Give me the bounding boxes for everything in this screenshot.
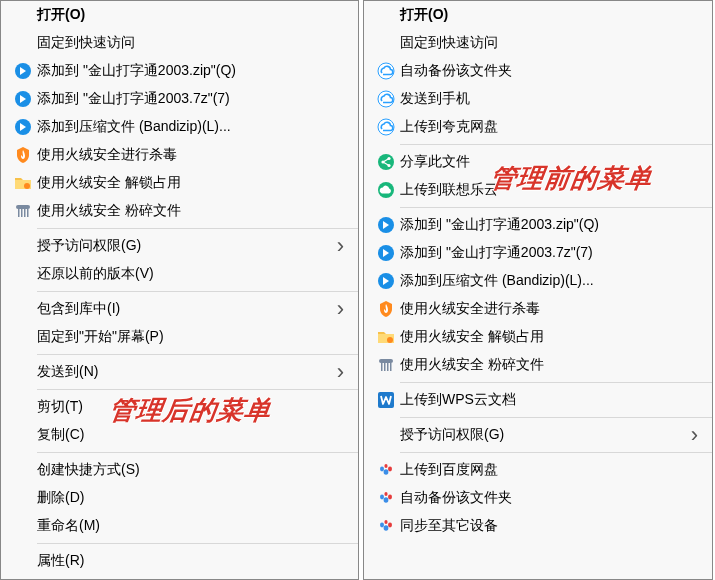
menu-item[interactable]: 包含到库中(I)› (1, 295, 358, 323)
wps-icon (377, 391, 395, 409)
bz-blue-icon (14, 62, 32, 80)
svg-point-36 (384, 492, 387, 496)
huorong-folder-icon (377, 328, 395, 346)
menu-item[interactable]: 添加到 "金山打字通2003.7z"(7) (364, 239, 712, 267)
svg-point-38 (388, 523, 392, 528)
context-menu-before: 打开(O)固定到快速访问自动备份该文件夹发送到手机上传到夸克网盘分享此文件上传到… (363, 0, 713, 580)
svg-rect-9 (27, 209, 29, 217)
svg-point-31 (384, 469, 389, 475)
menu-item-label: 使用火绒安全 粉碎文件 (37, 202, 350, 220)
menu-item[interactable]: 上传到WPS云文档 (364, 386, 712, 414)
kuake-icon (377, 62, 395, 80)
menu-item-label: 创建快捷方式(S) (37, 461, 350, 479)
svg-point-30 (388, 467, 392, 472)
menu-item[interactable]: 创建快捷方式(S) (1, 456, 358, 484)
menu-item-label: 自动备份该文件夹 (400, 62, 704, 80)
huorong-folder-icon (14, 174, 32, 192)
menu-item-label: 打开(O) (400, 6, 704, 24)
menu-item[interactable]: 使用火绒安全 解锁占用 (1, 169, 358, 197)
chevron-right-icon: › (691, 422, 704, 448)
svg-point-29 (380, 467, 384, 472)
chevron-right-icon: › (337, 233, 350, 259)
menu-item-label: 自动备份该文件夹 (400, 489, 704, 507)
menu-item[interactable]: 使用火绒安全 粉碎文件 (1, 197, 358, 225)
menu-item-label: 包含到库中(I) (37, 300, 337, 318)
menu-separator (400, 207, 712, 208)
menu-item[interactable]: 同步至其它设备 (364, 512, 712, 540)
menu-item-label: 添加到 "金山打字通2003.zip"(Q) (37, 62, 350, 80)
menu-item[interactable]: 发送到手机 (364, 85, 712, 113)
menu-item[interactable]: 添加到压缩文件 (Bandizip)(L)... (1, 113, 358, 141)
baidu-icon (377, 517, 395, 535)
menu-item-label: 添加到 "金山打字通2003.7z"(7) (37, 90, 350, 108)
menu-item-label: 上传到百度网盘 (400, 461, 704, 479)
menu-item[interactable]: 授予访问权限(G)› (364, 421, 712, 449)
lenovo-green-icon (377, 181, 395, 199)
menu-item[interactable]: 属性(R) (1, 547, 358, 575)
menu-item[interactable]: 添加到 "金山打字通2003.7z"(7) (1, 85, 358, 113)
menu-item-label: 使用火绒安全进行杀毒 (37, 146, 350, 164)
menu-item[interactable]: 使用火绒安全 粉碎文件 (364, 351, 712, 379)
menu-item[interactable]: 自动备份该文件夹 (364, 57, 712, 85)
menu-separator (400, 144, 712, 145)
svg-rect-24 (381, 363, 383, 371)
menu-item-label: 使用火绒安全 粉碎文件 (400, 356, 704, 374)
menu-item[interactable]: 添加到 "金山打字通2003.zip"(Q) (364, 211, 712, 239)
menu-item[interactable]: 删除(D) (1, 484, 358, 512)
menu-item[interactable]: 打开(O) (364, 1, 712, 29)
menu-item[interactable]: 剪切(T) (1, 393, 358, 421)
kuake-icon (377, 118, 395, 136)
menu-item-label: 打开(O) (37, 6, 350, 24)
svg-rect-5 (16, 205, 30, 209)
svg-point-34 (388, 495, 392, 500)
menu-item-label: 添加到 "金山打字通2003.7z"(7) (400, 244, 704, 262)
menu-item[interactable]: 上传到联想乐云 (364, 176, 712, 204)
svg-rect-27 (390, 363, 392, 371)
menu-item[interactable]: 自动备份该文件夹 (364, 484, 712, 512)
menu-item-label: 固定到快速访问 (37, 34, 350, 52)
context-menu-after: 打开(O)固定到快速访问添加到 "金山打字通2003.zip"(Q)添加到 "金… (0, 0, 359, 580)
menu-item-label: 固定到"开始"屏幕(P) (37, 328, 350, 346)
menu-item[interactable]: 添加到 "金山打字通2003.zip"(Q) (1, 57, 358, 85)
menu-item[interactable]: 固定到快速访问 (364, 29, 712, 57)
svg-point-35 (384, 497, 389, 503)
menu-item-label: 发送到手机 (400, 90, 704, 108)
bz-blue-icon (377, 272, 395, 290)
svg-point-40 (384, 520, 387, 524)
kuake-icon (377, 90, 395, 108)
menu-item[interactable]: 使用火绒安全 解锁占用 (364, 323, 712, 351)
menu-item[interactable]: 上传到夸克网盘 (364, 113, 712, 141)
menu-item[interactable]: 授予访问权限(G)› (1, 232, 358, 260)
menu-item[interactable]: 打开(O) (1, 1, 358, 29)
bz-blue-icon (14, 118, 32, 136)
menu-separator (37, 291, 358, 292)
menu-item[interactable]: 使用火绒安全进行杀毒 (364, 295, 712, 323)
menu-item[interactable]: 重命名(M) (1, 512, 358, 540)
menu-item-label: 添加到压缩文件 (Bandizip)(L)... (400, 272, 704, 290)
menu-item[interactable]: 上传到百度网盘 (364, 456, 712, 484)
menu-item[interactable]: 添加到压缩文件 (Bandizip)(L)... (364, 267, 712, 295)
menu-item[interactable]: 发送到(N)› (1, 358, 358, 386)
svg-rect-28 (378, 392, 394, 408)
menu-item-label: 复制(C) (37, 426, 350, 444)
menu-item[interactable]: 分享此文件 (364, 148, 712, 176)
menu-separator (37, 354, 358, 355)
baidu-icon (377, 489, 395, 507)
menu-item[interactable]: 固定到"开始"屏幕(P) (1, 323, 358, 351)
menu-item[interactable]: 固定到快速访问 (1, 29, 358, 57)
svg-point-32 (384, 464, 387, 468)
share-green-icon (377, 153, 395, 171)
menu-item[interactable]: 使用火绒安全进行杀毒 (1, 141, 358, 169)
menu-separator (37, 389, 358, 390)
huorong-shred-icon (377, 356, 395, 374)
menu-separator (400, 417, 712, 418)
chevron-right-icon: › (337, 296, 350, 322)
menu-item[interactable]: 复制(C) (1, 421, 358, 449)
menu-item-label: 上传到联想乐云 (400, 181, 704, 199)
menu-item-label: 属性(R) (37, 552, 350, 570)
menu-item-label: 上传到WPS云文档 (400, 391, 704, 409)
menu-item[interactable]: 还原以前的版本(V) (1, 260, 358, 288)
menu-item-label: 授予访问权限(G) (37, 237, 337, 255)
menu-item-label: 固定到快速访问 (400, 34, 704, 52)
menu-item-label: 添加到 "金山打字通2003.zip"(Q) (400, 216, 704, 234)
